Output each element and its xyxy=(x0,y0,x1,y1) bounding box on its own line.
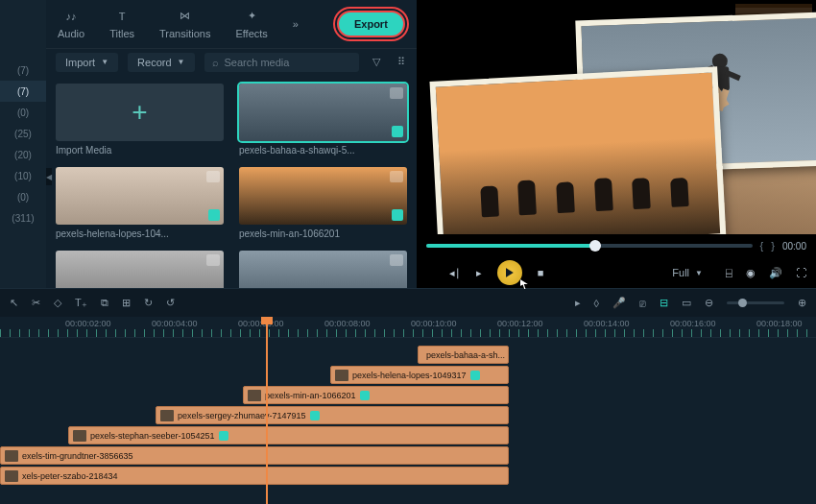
clip-name: pexels-sergey-zhumaev-7147915 xyxy=(178,411,306,420)
display-icon[interactable]: ⌸ xyxy=(726,267,732,278)
import-media-slot[interactable]: + Import Media xyxy=(56,84,224,156)
check-icon xyxy=(310,411,320,420)
chevron-down-icon: ▼ xyxy=(695,269,703,277)
import-dropdown[interactable]: Import ▼ xyxy=(56,53,118,72)
fullscreen-icon[interactable]: ⛶ xyxy=(796,267,806,278)
media-name: pexels-bahaa-a-shawqi-5... xyxy=(239,145,407,156)
clip[interactable]: exels-tim-grundtner-3856635 xyxy=(0,446,509,465)
pointer-icon[interactable]: ↖ xyxy=(10,297,18,309)
voiceover-icon[interactable]: 🎤 xyxy=(612,297,626,309)
mark-out-icon[interactable]: } xyxy=(771,240,775,252)
transport-bar: ◂∣ ▸ ■ Full ▼ ⌸ ◉ 🔊 ⛶ xyxy=(417,257,816,288)
type-badge-icon xyxy=(390,171,403,182)
ruler-tick: 00:00:02:00 xyxy=(65,319,111,328)
mark-in-icon[interactable]: { xyxy=(760,240,764,252)
ruler-tick: 00:00:12:00 xyxy=(497,319,543,328)
count-item[interactable]: (0) xyxy=(0,186,46,207)
media-name: pexels-helena-lopes-104... xyxy=(56,228,224,239)
clip[interactable]: pexels-helena-lopes-1049317 xyxy=(330,366,509,384)
timeline-toolbar: ↖ ✂ ◇ T₊ ⧉ ⊞ ↻ ↺ ▸ ◊ 🎤 ⎚ ⊟ ▭ ⊖ ⊕ xyxy=(0,288,816,317)
quality-dropdown[interactable]: Full ▼ xyxy=(662,264,712,281)
tab-transitions[interactable]: ⋈ Transitions xyxy=(159,9,210,39)
media-item[interactable]: pexels-min-an-1066201 xyxy=(239,167,407,239)
zoom-out-icon[interactable]: ⊖ xyxy=(705,297,713,309)
tab-audio[interactable]: ♪♪ Audio xyxy=(58,9,84,39)
search-input[interactable]: ⌕ Search media xyxy=(204,53,359,72)
preview-pane: { } 00:00 ◂∣ ▸ ■ Full ▼ ⌸ ◉ xyxy=(417,0,816,288)
scrub-bar: { } 00:00 xyxy=(417,234,816,257)
prev-frame-icon[interactable]: ◂∣ xyxy=(449,267,461,279)
clip-name: pexels-min-an-1066201 xyxy=(265,391,356,400)
subtitle-icon[interactable]: ▭ xyxy=(682,297,691,309)
playhead[interactable] xyxy=(266,317,268,504)
collapse-handle[interactable]: ◀ xyxy=(46,168,52,185)
zoom-in-icon[interactable]: ⊕ xyxy=(798,297,806,309)
clip-name: exels-tim-grundtner-3856635 xyxy=(22,451,133,461)
count-item[interactable]: (0) xyxy=(0,102,46,123)
media-grid: + Import Media pexels-bahaa-a-shawqi-5..… xyxy=(46,76,417,288)
count-item[interactable]: (7) xyxy=(0,81,46,102)
mixer-icon[interactable]: ⎚ xyxy=(639,298,646,309)
tab-titles[interactable]: T Titles xyxy=(109,9,134,39)
count-item[interactable]: (7) xyxy=(0,60,46,81)
chevron-down-icon: ▼ xyxy=(178,58,185,66)
ruler-tick: 00:00:16:00 xyxy=(670,319,716,328)
preview-viewport[interactable] xyxy=(417,0,816,234)
clip-thumb-icon xyxy=(5,450,18,462)
timeline-ruler[interactable]: 00:00:02:0000:00:04:0000:00:06:0000:00:0… xyxy=(0,317,816,338)
count-item[interactable]: (311) xyxy=(0,207,46,228)
undo-icon[interactable]: ↺ xyxy=(166,297,175,309)
sidebar-counts: (7) (7) (0) (25) (20) (10) (0) (311) xyxy=(0,0,46,288)
scrub-track[interactable] xyxy=(426,244,753,248)
stop-icon[interactable]: ■ xyxy=(538,267,544,278)
count-item[interactable]: (10) xyxy=(0,165,46,186)
count-item[interactable]: (25) xyxy=(0,123,46,144)
check-icon xyxy=(392,209,403,221)
plus-icon: + xyxy=(56,84,224,141)
media-item[interactable]: pexels-helena-lopes-104... xyxy=(56,167,224,239)
marker-icon[interactable]: ◊ xyxy=(594,298,599,309)
effects-icon: ✦ xyxy=(248,9,256,24)
audio-icon: ♪♪ xyxy=(66,9,77,24)
clip[interactable]: xels-peter-szabo-218434 xyxy=(0,467,509,485)
ruler-tick: 00:00:10:00 xyxy=(411,319,457,328)
render-icon[interactable]: ▸ xyxy=(575,297,581,309)
zoom-slider[interactable] xyxy=(727,301,784,304)
ruler-tick: 00:00:14:00 xyxy=(584,319,630,328)
titles-icon: T xyxy=(119,9,126,24)
cut-icon[interactable]: ✂ xyxy=(32,297,40,309)
ruler-tick: 00:00:08:00 xyxy=(324,319,371,328)
adjust-icon[interactable]: ⊞ xyxy=(122,297,131,309)
play-icon[interactable]: ▸ xyxy=(476,267,482,279)
clip[interactable]: pexels-bahaa-a-sh... xyxy=(418,346,509,364)
search-placeholder: Search media xyxy=(225,57,290,68)
clip[interactable]: pexels-sergey-zhumaev-7147915 xyxy=(156,406,509,424)
tag-icon[interactable]: ◇ xyxy=(54,297,61,309)
timeline[interactable]: 00:00:02:0000:00:04:0000:00:06:0000:00:0… xyxy=(0,317,816,504)
grid-view-icon[interactable]: ⠿ xyxy=(394,56,407,68)
tab-label: Titles xyxy=(109,28,134,39)
record-dropdown[interactable]: Record ▼ xyxy=(128,53,194,72)
media-item[interactable]: pexels-bahaa-a-shawqi-5... xyxy=(239,84,407,156)
clip[interactable]: pexels-stephan-seeber-1054251 xyxy=(68,426,509,444)
panel-tabs: ♪♪ Audio T Titles ⋈ Transitions ✦ Effect… xyxy=(46,0,417,49)
more-panels-icon[interactable]: » xyxy=(293,18,299,30)
tab-effects[interactable]: ✦ Effects xyxy=(235,9,267,39)
type-badge-icon xyxy=(206,171,220,182)
media-item[interactable] xyxy=(56,251,224,288)
text-icon[interactable]: T₊ xyxy=(75,297,87,309)
filter-icon[interactable]: ▽ xyxy=(369,56,384,68)
media-item[interactable] xyxy=(239,251,407,288)
clip-thumb-icon xyxy=(160,410,174,421)
play-button[interactable] xyxy=(497,260,522,285)
snapshot-icon[interactable]: ◉ xyxy=(746,267,756,279)
export-button[interactable]: Export xyxy=(337,11,405,37)
crop-icon[interactable]: ⧉ xyxy=(101,297,108,309)
count-item[interactable]: (20) xyxy=(0,144,46,165)
transitions-icon: ⋈ xyxy=(180,9,190,24)
volume-icon[interactable]: 🔊 xyxy=(769,267,782,279)
clip[interactable]: pexels-min-an-1066201 xyxy=(243,386,509,404)
snap-icon[interactable]: ⊟ xyxy=(660,297,668,309)
redo-icon[interactable]: ↻ xyxy=(144,297,153,309)
scrub-knob[interactable] xyxy=(589,240,601,252)
